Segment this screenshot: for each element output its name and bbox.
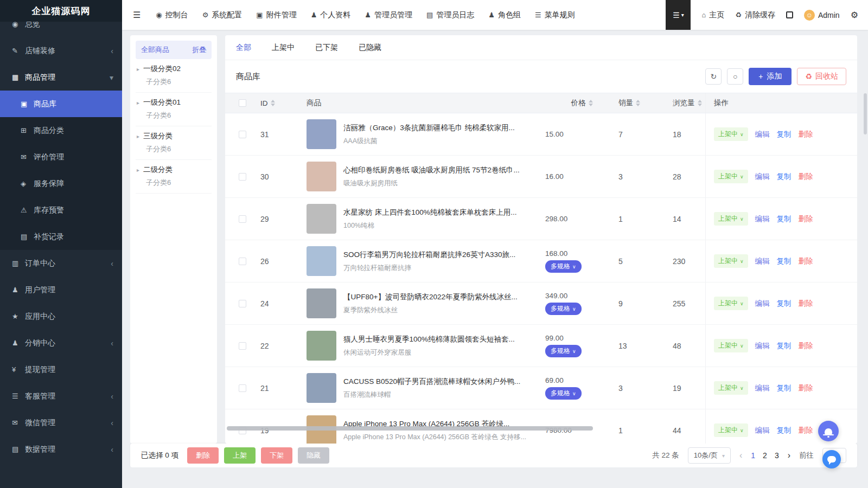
next-page-button[interactable]: › xyxy=(788,451,790,460)
clear-cache-button[interactable]: ♻ 清除缓存 xyxy=(735,10,775,20)
sidebar-item-product-category[interactable]: ⊞商品分类 xyxy=(0,117,122,144)
topnav-item-admin-logs[interactable]: ▤管理员日志 xyxy=(426,10,474,20)
refresh-button[interactable]: ↻ xyxy=(705,68,722,85)
sort-icon[interactable] xyxy=(589,100,593,106)
topnav-item-admin-manage[interactable]: ♟管理员管理 xyxy=(365,10,412,20)
gear-icon-button[interactable]: ⚙ xyxy=(851,10,858,20)
delete-link[interactable]: 删除 xyxy=(799,299,813,309)
prev-page-button[interactable]: ‹ xyxy=(739,451,742,460)
delete-link[interactable]: 删除 xyxy=(799,256,813,266)
page-number[interactable]: 2 xyxy=(763,451,767,460)
sidebar-item-user-manage[interactable]: ♟用户管理 xyxy=(0,277,122,303)
sort-icon[interactable] xyxy=(636,100,640,106)
row-checkbox[interactable] xyxy=(239,131,246,138)
sort-icon[interactable] xyxy=(271,100,275,106)
multi-spec-tag[interactable]: 多规格∨ xyxy=(545,303,582,315)
row-checkbox[interactable] xyxy=(239,300,246,307)
edit-link[interactable]: 编辑 xyxy=(755,172,770,182)
topnav-item-menu-rules[interactable]: ☰菜单规则 xyxy=(535,10,575,20)
tab-hidden[interactable]: 已隐藏 xyxy=(359,43,381,53)
copy-link[interactable]: 复制 xyxy=(777,256,792,266)
sidebar-item-service-guarantee[interactable]: ◈服务保障 xyxy=(0,170,122,197)
sidebar-item-service-manage[interactable]: ☰客服管理‹ xyxy=(0,383,122,409)
delete-link[interactable]: 删除 xyxy=(799,130,813,139)
copy-link[interactable]: 复制 xyxy=(777,130,792,139)
sidebar-item-app-center[interactable]: ★应用中心 xyxy=(0,303,122,330)
category-tree-item[interactable]: ▸一级分类01子分类6 xyxy=(136,93,212,126)
fullscreen-button[interactable] xyxy=(786,11,793,18)
category-tree-item[interactable]: ▸二级分类子分类6 xyxy=(136,160,212,194)
category-sub-label[interactable]: 子分类6 xyxy=(146,77,210,87)
category-tree-item[interactable]: ▸三级分类子分类6 xyxy=(136,126,212,160)
row-checkbox[interactable] xyxy=(239,215,246,223)
tab-off-sale[interactable]: 已下架 xyxy=(315,43,338,53)
all-products-button[interactable]: 全部商品 xyxy=(141,45,169,55)
edit-link[interactable]: 编辑 xyxy=(755,256,770,266)
copy-link[interactable]: 复制 xyxy=(777,341,792,351)
status-dropdown[interactable]: 上架中∨ xyxy=(714,381,748,395)
collapse-button[interactable]: 折叠 xyxy=(192,45,206,55)
edit-link[interactable]: 编辑 xyxy=(755,214,770,224)
status-dropdown[interactable]: 上架中∨ xyxy=(714,254,748,268)
topnav-item-dashboard[interactable]: ◉控制台 xyxy=(156,10,188,20)
delete-link[interactable]: 删除 xyxy=(799,383,813,393)
copy-link[interactable]: 复制 xyxy=(777,214,792,224)
multi-spec-tag[interactable]: 多规格∨ xyxy=(545,260,582,273)
add-button[interactable]: + 添加 xyxy=(749,68,792,85)
sidebar-item-order-center[interactable]: ▥订单中心‹ xyxy=(0,250,122,277)
edit-link[interactable]: 编辑 xyxy=(755,341,770,351)
batch-hide-button[interactable]: 隐藏 xyxy=(298,447,329,464)
row-checkbox[interactable] xyxy=(239,342,246,350)
edit-link[interactable]: 编辑 xyxy=(755,130,770,139)
vertical-scrollbar[interactable] xyxy=(864,93,867,134)
nav-menu-toggle[interactable]: ☰ ▾ xyxy=(666,0,691,30)
tab-on-sale[interactable]: 上架中 xyxy=(272,43,295,53)
sidebar-item-shop-design[interactable]: ✎店铺装修‹ xyxy=(0,37,122,64)
topnav-item-attachments[interactable]: ▣附件管理 xyxy=(256,10,296,20)
page-size-select[interactable]: 10条/页 ▾ xyxy=(688,447,731,464)
copy-link[interactable]: 复制 xyxy=(777,426,792,435)
row-checkbox[interactable] xyxy=(239,258,246,265)
sidebar-item-wechat-manage[interactable]: ✉微信管理‹ xyxy=(0,409,122,436)
status-dropdown[interactable]: 上架中∨ xyxy=(714,297,748,310)
copy-link[interactable]: 复制 xyxy=(777,383,792,393)
sort-icon[interactable] xyxy=(698,100,702,106)
edit-link[interactable]: 编辑 xyxy=(755,299,770,309)
sidebar-item-review-manage[interactable]: ✉评价管理 xyxy=(0,144,122,170)
sidebar-item-data-manage[interactable]: ▤数据管理‹ xyxy=(0,436,122,463)
home-link[interactable]: ⌂ 主页 xyxy=(701,10,724,20)
chat-fab[interactable] xyxy=(822,450,841,468)
sidebar-item-distribution-center[interactable]: ♟分销中心‹ xyxy=(0,330,122,356)
row-checkbox[interactable] xyxy=(239,173,246,181)
sidebar-item-withdraw-manage[interactable]: ¥提现管理 xyxy=(0,356,122,383)
batch-take-off-button[interactable]: 下架 xyxy=(261,447,292,464)
delete-link[interactable]: 删除 xyxy=(799,341,813,351)
category-sub-label[interactable]: 子分类6 xyxy=(146,178,210,188)
admin-menu[interactable]: Admin xyxy=(804,10,840,21)
delete-link[interactable]: 删除 xyxy=(799,426,813,435)
multi-spec-tag[interactable]: 多规格∨ xyxy=(545,387,582,400)
row-checkbox[interactable] xyxy=(239,384,246,392)
sidebar-item-product-manage[interactable]: ▦商品管理▾ xyxy=(0,64,122,91)
status-dropdown[interactable]: 上架中∨ xyxy=(714,212,748,226)
topnav-item-role-group[interactable]: ♟角色组 xyxy=(488,10,521,20)
sidebar-item-restock-record[interactable]: ▤补货记录 xyxy=(0,223,122,250)
delete-link[interactable]: 删除 xyxy=(799,172,813,182)
category-sub-label[interactable]: 子分类6 xyxy=(146,144,210,154)
tab-all[interactable]: 全部 xyxy=(236,43,251,53)
status-dropdown[interactable]: 上架中∨ xyxy=(714,170,748,183)
notifications-fab[interactable] xyxy=(818,421,839,441)
sidebar-item-product-library[interactable]: ▣商品库 xyxy=(0,91,122,117)
delete-link[interactable]: 删除 xyxy=(799,214,813,224)
batch-put-on-button[interactable]: 上架 xyxy=(224,447,256,464)
category-tree-item[interactable]: ▸一级分类02子分类6 xyxy=(136,59,212,93)
edit-link[interactable]: 编辑 xyxy=(755,426,770,435)
status-dropdown[interactable]: 上架中∨ xyxy=(714,423,748,437)
recycle-bin-button[interactable]: ♻ 回收站 xyxy=(797,68,846,85)
select-all-checkbox[interactable] xyxy=(239,99,246,107)
sidebar-item-stock-warning[interactable]: ⚠库存预警 xyxy=(0,197,122,223)
category-sub-label[interactable]: 子分类6 xyxy=(146,111,210,120)
edit-link[interactable]: 编辑 xyxy=(755,383,770,393)
horizontal-scrollbar[interactable] xyxy=(227,426,593,431)
multi-spec-tag[interactable]: 多规格∨ xyxy=(545,345,582,357)
